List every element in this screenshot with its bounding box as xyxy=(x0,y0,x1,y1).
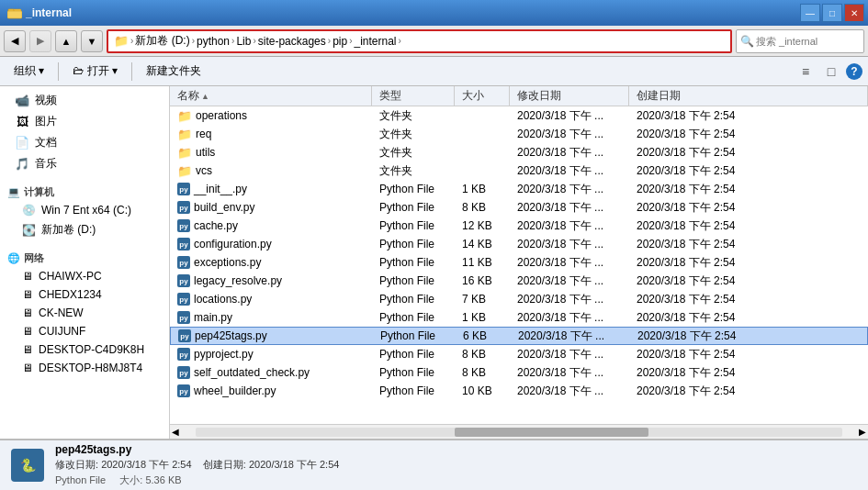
breadcrumb-item-1[interactable]: python xyxy=(197,35,230,48)
file-type: Python File xyxy=(372,198,455,217)
file-size: 1 KB xyxy=(455,180,510,198)
table-row[interactable]: py exceptions.py Python File 11 KB 2020/… xyxy=(170,253,868,272)
computer-icon: 🖥 xyxy=(22,306,33,319)
table-row[interactable]: py wheel_builder.py Python File 10 KB 20… xyxy=(170,382,868,400)
new-folder-button[interactable]: 新建文件夹 xyxy=(138,60,209,84)
view-tiles-icon[interactable]: □ xyxy=(820,61,842,83)
folder-icon: 📁 xyxy=(177,164,192,178)
breadcrumb-item-4[interactable]: pip xyxy=(333,35,347,48)
scroll-right-arrow[interactable]: ▶ xyxy=(857,427,868,437)
open-button[interactable]: 🗁 打开 ▾ xyxy=(64,60,126,84)
table-row[interactable]: py cache.py Python File 12 KB 2020/3/18 … xyxy=(170,217,868,235)
horizontal-scrollbar[interactable]: ◀ ▶ xyxy=(170,424,868,439)
table-row[interactable]: 📁 utils 文件夹 2020/3/18 下午 ... 2020/3/18 下… xyxy=(170,143,868,161)
minimize-button[interactable]: — xyxy=(800,4,820,22)
sidebar-item-host-CUIJUNF[interactable]: 🖥CUIJUNF xyxy=(0,322,169,340)
sort-arrow-icon: ▲ xyxy=(201,92,209,101)
breadcrumb-item-5[interactable]: _internal xyxy=(355,35,397,48)
file-modified: 2020/3/18 下午 ... xyxy=(510,198,629,217)
table-row[interactable]: py __init__.py Python File 1 KB 2020/3/1… xyxy=(170,180,868,198)
table-row[interactable]: py self_outdated_check.py Python File 8 … xyxy=(170,363,868,382)
status-details: 修改日期: 2020/3/18 下午 2:54 创建日期: 2020/3/18 … xyxy=(55,458,339,472)
sidebar-item-图片[interactable]: 🖼图片 xyxy=(0,111,169,132)
svg-rect-2 xyxy=(7,11,22,18)
sidebar-item-host-DESKTOP-C4D9K8H[interactable]: 🖥DESKTOP-C4D9K8H xyxy=(0,340,169,359)
col-header-type[interactable]: 类型 xyxy=(372,86,455,106)
file-size: 8 KB xyxy=(455,363,510,382)
status-file-icon: 🐍 xyxy=(11,449,44,482)
table-row[interactable]: py configuration.py Python File 14 KB 20… xyxy=(170,235,868,253)
col-header-name[interactable]: 名称 ▲ xyxy=(170,86,372,106)
sidebar-item-音乐[interactable]: 🎵音乐 xyxy=(0,153,169,174)
folder-icon: 📁 xyxy=(177,109,192,123)
forward-button[interactable]: ▶ xyxy=(29,30,51,52)
back-button[interactable]: ◀ xyxy=(4,30,26,52)
title-bar-left: _internal xyxy=(7,6,72,20)
file-created: 2020/3/18 下午 2:54 xyxy=(629,382,868,400)
breadcrumb-item-2[interactable]: Lib xyxy=(236,35,251,48)
computer-icon: 🖥 xyxy=(22,362,33,374)
sidebar-item-drive-Win 7 Ent x64 (C:)[interactable]: 💿Win 7 Ent x64 (C:) xyxy=(0,201,169,219)
table-row[interactable]: 📁 operations 文件夹 2020/3/18 下午 ... 2020/3… xyxy=(170,106,868,125)
sidebar-item-host-CK-NEW[interactable]: 🖥CK-NEW xyxy=(0,304,169,322)
sidebar-item-视频[interactable]: 📹视频 xyxy=(0,90,169,111)
col-header-modified[interactable]: 修改日期 xyxy=(510,86,629,106)
python-file-icon: py xyxy=(177,238,190,251)
python-file-icon: py xyxy=(177,384,190,397)
breadcrumb-item-3[interactable]: site-packages xyxy=(258,35,326,48)
sidebar-item-drive-新加卷 (D:)[interactable]: 💽新加卷 (D:) xyxy=(0,219,169,240)
file-created: 2020/3/18 下午 2:54 xyxy=(629,106,868,125)
col-header-created[interactable]: 创建日期 xyxy=(629,86,868,106)
breadcrumb-item-0[interactable]: 新加卷 (D:) xyxy=(135,33,189,49)
file-type: Python File xyxy=(372,235,455,253)
maximize-button[interactable]: □ xyxy=(822,4,842,22)
recent-button[interactable]: ▼ xyxy=(81,30,103,52)
breadcrumb[interactable]: 📁 › 新加卷 (D:) › python › Lib › site-packa… xyxy=(107,29,732,53)
up-button[interactable]: ▲ xyxy=(55,30,77,52)
search-input[interactable] xyxy=(756,36,860,47)
file-type: Python File xyxy=(372,308,455,327)
table-row[interactable]: py pyproject.py Python File 8 KB 2020/3/… xyxy=(170,345,868,363)
file-modified: 2020/3/18 下午 ... xyxy=(510,143,629,161)
file-size: 11 KB xyxy=(455,253,510,272)
file-modified: 2020/3/18 下午 ... xyxy=(511,328,630,344)
computer-icon: 🖥 xyxy=(22,325,33,338)
file-modified: 2020/3/18 下午 ... xyxy=(510,106,629,125)
file-name: 📁 vcs xyxy=(170,161,372,180)
file-size xyxy=(455,161,510,180)
table-row[interactable]: py main.py Python File 1 KB 2020/3/18 下午… xyxy=(170,308,868,327)
file-modified: 2020/3/18 下午 ... xyxy=(510,290,629,308)
help-icon[interactable]: ? xyxy=(846,63,862,80)
host-label: CUIJUNF xyxy=(39,325,85,338)
close-button[interactable]: ✕ xyxy=(844,4,864,22)
sidebar-item-文档[interactable]: 📄文档 xyxy=(0,132,169,153)
file-type: Python File xyxy=(372,253,455,272)
table-row[interactable]: py pep425tags.py Python File 6 KB 2020/3… xyxy=(170,327,868,345)
view-list-icon[interactable]: ≡ xyxy=(795,61,817,83)
sidebar-computer-label[interactable]: 💻 计算机 xyxy=(0,182,169,201)
computer-icon: 🖥 xyxy=(22,270,33,283)
sidebar-item-host-CHEDX1234[interactable]: 🖥CHEDX1234 xyxy=(0,285,169,304)
file-size xyxy=(455,106,510,125)
table-row[interactable]: 📁 vcs 文件夹 2020/3/18 下午 ... 2020/3/18 下午 … xyxy=(170,161,868,180)
table-row[interactable]: py legacy_resolve.py Python File 16 KB 2… xyxy=(170,272,868,290)
scroll-thumb[interactable] xyxy=(455,428,648,437)
file-created: 2020/3/18 下午 2:54 xyxy=(629,143,868,161)
table-row[interactable]: py build_env.py Python File 8 KB 2020/3/… xyxy=(170,198,868,217)
sidebar-item-host-CHAIWX-PC[interactable]: 🖥CHAIWX-PC xyxy=(0,267,169,285)
col-header-size[interactable]: 大小 xyxy=(455,86,510,106)
host-label: CHAIWX-PC xyxy=(39,270,102,283)
organize-button[interactable]: 组织 ▾ xyxy=(6,60,52,84)
host-label: DESKTOP-H8MJ8T4 xyxy=(39,362,142,374)
search-box[interactable]: 🔍 xyxy=(736,29,864,53)
file-name: py self_outdated_check.py xyxy=(170,363,372,382)
file-size xyxy=(455,143,510,161)
file-created: 2020/3/18 下午 2:54 xyxy=(629,363,868,382)
scroll-left-arrow[interactable]: ◀ xyxy=(170,427,181,437)
scroll-track[interactable] xyxy=(196,428,842,437)
drive-label: 新加卷 (D:) xyxy=(41,222,96,238)
sidebar-item-host-DESKTOP-H8MJ8T4[interactable]: 🖥DESKTOP-H8MJ8T4 xyxy=(0,359,169,377)
table-row[interactable]: 📁 req 文件夹 2020/3/18 下午 ... 2020/3/18 下午 … xyxy=(170,125,868,143)
sidebar-network-label[interactable]: 🌐 网络 xyxy=(0,248,169,267)
table-row[interactable]: py locations.py Python File 7 KB 2020/3/… xyxy=(170,290,868,308)
